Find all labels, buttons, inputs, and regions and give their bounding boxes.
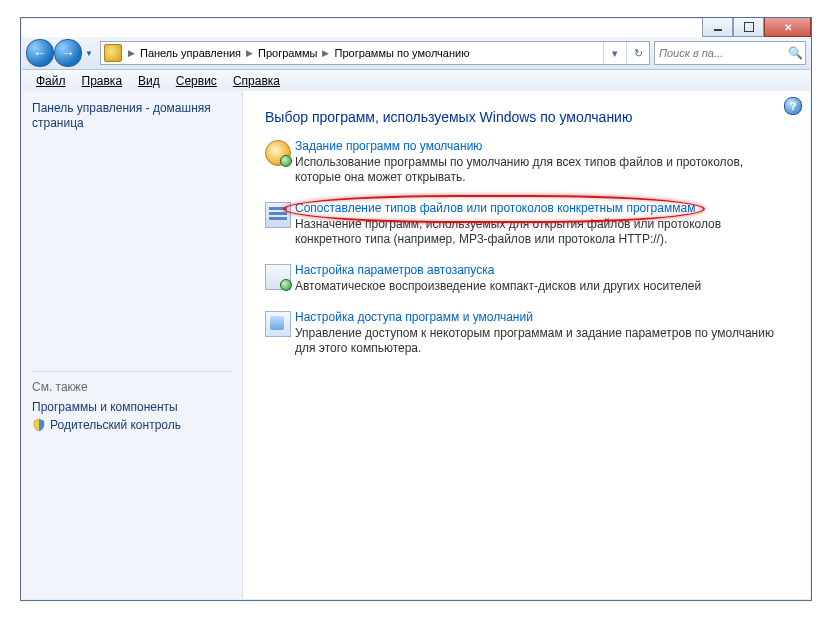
search-icon[interactable]: 🔍: [785, 46, 805, 60]
menu-view[interactable]: Вид: [130, 72, 168, 90]
breadcrumb-item[interactable]: Программы по умолчанию: [332, 47, 471, 59]
shield-icon: [32, 418, 46, 432]
back-button[interactable]: ←: [26, 39, 54, 67]
menu-help[interactable]: Справка: [225, 72, 288, 90]
menu-tools[interactable]: Сервис: [168, 72, 225, 90]
breadcrumb-item[interactable]: Программы: [256, 47, 319, 59]
sidebar-link-programs-features[interactable]: Программы и компоненты: [32, 400, 232, 414]
option-description: Автоматическое воспроизведение компакт-д…: [295, 279, 788, 294]
highlight-annotation: Сопоставление типов файлов или протоколо…: [295, 201, 695, 215]
option-program-access-defaults: Настройка доступа программ и умолчаний У…: [265, 310, 788, 356]
sidebar: Панель управления - домашняя страница См…: [22, 91, 243, 599]
option-autoplay-settings: Настройка параметров автозапуска Автомат…: [265, 263, 788, 294]
search-input[interactable]: [655, 47, 785, 59]
option-description: Назначение программ, используемых для от…: [295, 217, 788, 247]
forward-button[interactable]: →: [54, 39, 82, 67]
address-dropdown-button[interactable]: ▾: [603, 42, 626, 64]
sidebar-see-also-label: См. также: [32, 380, 232, 394]
option-link[interactable]: Настройка параметров автозапуска: [295, 263, 494, 277]
menu-file[interactable]: Файл: [28, 72, 74, 90]
option-set-default-programs: Задание программ по умолчанию Использова…: [265, 139, 788, 185]
window-caption-buttons: [702, 18, 811, 38]
close-button[interactable]: [764, 18, 811, 37]
explorer-window: ← → ▼ ▶ Панель управления ▶ Программы ▶ …: [20, 17, 812, 601]
sidebar-home-link[interactable]: Панель управления - домашняя страница: [32, 101, 232, 131]
option-associate-file-types: Сопоставление типов файлов или протоколо…: [265, 201, 788, 247]
help-icon[interactable]: ?: [784, 97, 802, 115]
option-link[interactable]: Настройка доступа программ и умолчаний: [295, 310, 533, 324]
program-access-icon: [265, 311, 291, 337]
control-panel-icon: [104, 44, 122, 62]
chevron-right-icon[interactable]: ▶: [243, 48, 256, 58]
autoplay-icon: [265, 264, 291, 290]
chevron-right-icon[interactable]: ▶: [125, 48, 138, 58]
address-bar[interactable]: ▶ Панель управления ▶ Программы ▶ Програ…: [100, 41, 650, 65]
nav-bar: ← → ▼ ▶ Панель управления ▶ Программы ▶ …: [22, 37, 810, 70]
file-assoc-icon: [265, 202, 291, 228]
content-pane: ? Выбор программ, используемых Windows п…: [243, 91, 810, 599]
sidebar-separator: [32, 371, 232, 372]
option-description: Использование программы по умолчанию для…: [295, 155, 788, 185]
sidebar-link-label: Родительский контроль: [50, 418, 181, 432]
sidebar-link-label: Программы и компоненты: [32, 400, 178, 414]
breadcrumb-item[interactable]: Панель управления: [138, 47, 243, 59]
sidebar-link-parental-controls[interactable]: Родительский контроль: [32, 418, 232, 432]
search-box[interactable]: 🔍: [654, 41, 806, 65]
menu-edit[interactable]: Правка: [74, 72, 131, 90]
default-programs-icon: [265, 140, 291, 166]
minimize-button[interactable]: [702, 18, 733, 37]
window-body: Панель управления - домашняя страница См…: [22, 91, 810, 599]
option-link[interactable]: Сопоставление типов файлов или протоколо…: [295, 201, 695, 215]
maximize-button[interactable]: [733, 18, 764, 37]
page-title: Выбор программ, используемых Windows по …: [265, 109, 788, 125]
option-description: Управление доступом к некоторым программ…: [295, 326, 788, 356]
option-link[interactable]: Задание программ по умолчанию: [295, 139, 482, 153]
refresh-button[interactable]: ↻: [626, 42, 649, 64]
menu-bar: Файл Правка Вид Сервис Справка: [22, 70, 810, 92]
nav-history-dropdown[interactable]: ▼: [82, 40, 96, 66]
chevron-right-icon[interactable]: ▶: [319, 48, 332, 58]
